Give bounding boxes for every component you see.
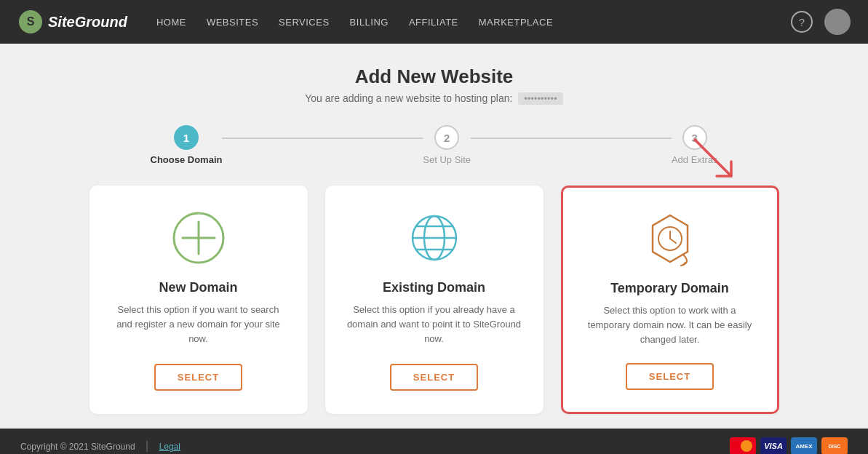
logo-icon: S bbox=[17, 9, 44, 35]
existing-domain-desc: Select this option if you already have a… bbox=[347, 303, 522, 348]
plan-name: •••••••••• bbox=[518, 92, 563, 105]
copyright-text: Copyright © 2021 SiteGround bbox=[20, 442, 135, 452]
help-button[interactable]: ? bbox=[791, 11, 813, 33]
nav-marketplace[interactable]: MARKETPLACE bbox=[479, 17, 553, 28]
avatar[interactable] bbox=[824, 9, 851, 35]
nav-links: HOME WEBSITES SERVICES BILLING AFFILIATE… bbox=[156, 17, 791, 28]
step-1: 1 Choose Domain bbox=[151, 125, 223, 165]
step-1-label: Choose Domain bbox=[151, 154, 223, 165]
svg-text:S: S bbox=[27, 15, 35, 28]
nav-home[interactable]: HOME bbox=[156, 17, 186, 28]
mastercard-icon bbox=[730, 437, 756, 454]
new-domain-icon bbox=[170, 209, 228, 267]
new-domain-select-button[interactable]: SELECT bbox=[154, 364, 242, 391]
step-line-2 bbox=[471, 138, 672, 139]
svg-line-2 bbox=[695, 140, 731, 176]
new-domain-desc: Select this option if you want to search… bbox=[111, 303, 286, 348]
red-arrow-icon bbox=[680, 136, 746, 194]
temporary-domain-icon bbox=[641, 210, 699, 268]
existing-domain-icon bbox=[405, 209, 463, 267]
new-domain-title: New Domain bbox=[159, 280, 237, 295]
step-line-1 bbox=[222, 138, 423, 139]
existing-domain-select-button[interactable]: SELECT bbox=[390, 364, 478, 391]
payment-methods: VISA AMEX DISC bbox=[730, 437, 848, 454]
step-1-circle: 1 bbox=[174, 125, 199, 150]
temporary-domain-card: Temporary Domain Select this option to w… bbox=[561, 186, 779, 414]
domain-cards: New Domain Select this option if you wan… bbox=[71, 186, 798, 414]
step-2-circle: 2 bbox=[434, 125, 459, 150]
temporary-domain-select-button[interactable]: SELECT bbox=[626, 363, 714, 390]
navbar: S SiteGround HOME WEBSITES SERVICES BILL… bbox=[0, 0, 868, 44]
footer: Copyright © 2021 SiteGround | Legal VISA… bbox=[0, 429, 868, 454]
step-2-label: Set Up Site bbox=[423, 154, 471, 165]
svg-line-14 bbox=[670, 239, 676, 243]
amex-icon: AMEX bbox=[791, 437, 817, 454]
discover-icon: DISC bbox=[821, 437, 848, 454]
steps-indicator: 1 Choose Domain 2 Set Up Site 3 Add Extr… bbox=[151, 125, 718, 165]
footer-left: Copyright © 2021 SiteGround | Legal bbox=[20, 439, 180, 453]
nav-affiliate[interactable]: AFFILIATE bbox=[409, 17, 458, 28]
existing-domain-title: Existing Domain bbox=[383, 280, 485, 295]
nav-billing[interactable]: BILLING bbox=[350, 17, 389, 28]
nav-websites[interactable]: WEBSITES bbox=[207, 17, 258, 28]
new-domain-card: New Domain Select this option if you wan… bbox=[89, 186, 308, 414]
logo[interactable]: S SiteGround bbox=[17, 9, 127, 35]
step-2: 2 Set Up Site bbox=[423, 125, 471, 165]
legal-link[interactable]: Legal bbox=[159, 442, 180, 452]
temporary-domain-title: Temporary Domain bbox=[610, 281, 729, 296]
nav-services[interactable]: SERVICES bbox=[279, 17, 330, 28]
page-title: Add New Website bbox=[355, 65, 514, 88]
svg-point-16 bbox=[741, 440, 752, 452]
page-subtitle: You are adding a new website to hosting … bbox=[305, 92, 562, 105]
main-content: Add New Website You are adding a new web… bbox=[0, 44, 868, 429]
logo-text: SiteGround bbox=[48, 14, 127, 31]
visa-icon: VISA bbox=[760, 437, 787, 454]
existing-domain-card: Existing Domain Select this option if yo… bbox=[325, 186, 544, 414]
nav-right: ? bbox=[791, 9, 851, 35]
temporary-domain-desc: Select this option to work with a tempor… bbox=[584, 303, 757, 347]
